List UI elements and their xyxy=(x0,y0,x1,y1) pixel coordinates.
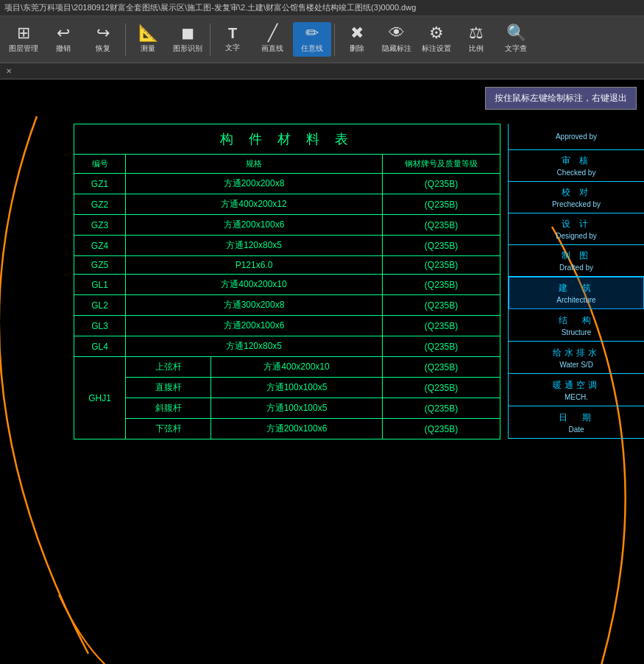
discipline-row: 暖通空调 MECH. xyxy=(509,374,644,406)
ghj1-row: GHJ1 上弦杆 方通400x200x10 (Q235B) xyxy=(74,357,500,378)
delete-button[interactable]: ✖ 删除 xyxy=(338,22,376,57)
cell-steel: (Q235B) xyxy=(383,174,500,194)
tab-close-button[interactable]: ✕ xyxy=(3,66,15,77)
discipline-en: Structure xyxy=(562,328,592,336)
discipline-en: Water S/D xyxy=(559,361,593,369)
table-row: GZ3 方通200x100x6 (Q235B) xyxy=(74,215,500,236)
tooltip-box: 按住鼠标左键绘制标注，右键退出 xyxy=(485,87,637,110)
table-row: GZ1 方通200x200x8 (Q235B) xyxy=(74,174,500,194)
table-row: GL1 方通400x200x10 (Q235B) xyxy=(74,275,500,295)
scale-button[interactable]: ⚖ 比例 xyxy=(457,22,495,57)
cell-subname: 上弦杆 xyxy=(126,357,211,378)
text-label: 文字 xyxy=(225,43,240,53)
dim-settings-button[interactable]: ⚙ 标注设置 xyxy=(417,22,456,57)
ghj1-row: 直腹杆 方通100x100x5 (Q235B) xyxy=(74,378,500,398)
cell-spec: 方通400x200x10 xyxy=(126,275,383,295)
discipline-en: Architecture xyxy=(556,296,595,304)
divider-2 xyxy=(210,24,210,56)
text-search-button[interactable]: 🔍 文字查 xyxy=(497,22,535,57)
cell-steel: (Q235B) xyxy=(383,419,500,439)
cell-id: GL3 xyxy=(74,316,126,336)
cell-id: GL2 xyxy=(74,295,126,316)
tab-strip: ✕ xyxy=(0,63,644,80)
table-row: GL3 方通200x100x6 (Q235B) xyxy=(74,316,500,336)
scale-label: 比例 xyxy=(469,43,484,54)
free-line-icon: ✏ xyxy=(305,25,319,41)
table-row: GZ5 P121x6.0 (Q235B) xyxy=(74,256,500,275)
free-line-button[interactable]: ✏ 任意线 xyxy=(293,22,331,57)
discipline-row: 结 构 Structure xyxy=(509,309,644,342)
shape-id-button[interactable]: ◼ 图形识别 xyxy=(169,22,207,57)
cell-spec: 方通300x200x8 xyxy=(126,295,383,316)
shape-id-icon: ◼ xyxy=(181,25,194,41)
discipline-zh: 暖通空调 xyxy=(553,379,600,392)
discipline-zh: 建 筑 xyxy=(559,282,594,294)
cell-spec: 方通400x200x10 xyxy=(211,357,383,378)
draw-line-button[interactable]: ╱ 画直线 xyxy=(253,22,291,57)
draw-line-icon: ╱ xyxy=(268,25,277,41)
hide-dim-label: 隐藏标注 xyxy=(382,43,411,54)
shape-id-label: 图形识别 xyxy=(173,43,202,54)
ghj1-row: 斜腹杆 方通100x100x5 (Q235B) xyxy=(74,398,500,419)
text-button[interactable]: T 文字 xyxy=(213,23,252,56)
cell-id: GL4 xyxy=(74,336,126,357)
hide-dim-button[interactable]: 👁 隐藏标注 xyxy=(378,22,416,57)
cell-spec: 方通100x100x5 xyxy=(211,398,383,419)
discipline-zh: 日 期 xyxy=(559,412,594,424)
cell-spec: 方通200x200x8 xyxy=(126,174,383,194)
delete-icon: ✖ xyxy=(350,25,364,41)
table-header-row: 编号 规格 钢材牌号及质量等级 xyxy=(74,155,500,174)
delete-label: 删除 xyxy=(350,43,364,54)
cell-steel: (Q235B) xyxy=(383,357,500,378)
undo-icon: ↩ xyxy=(57,25,70,41)
canvas-area[interactable]: 按住鼠标左键绘制标注，右键退出 构 件 材 料 表 编号 规格 钢材牌号及质量等… xyxy=(0,80,644,664)
discipline-row: 日 期 Date xyxy=(509,406,644,439)
dim-settings-icon: ⚙ xyxy=(429,25,444,41)
stamp-zh: 审 核 xyxy=(562,155,590,167)
cell-subname: 斜腹杆 xyxy=(126,398,211,419)
cell-steel: (Q235B) xyxy=(383,236,500,256)
table-row: GZ2 方通400x200x12 (Q235B) xyxy=(74,194,500,215)
cell-id-ghj1: GHJ1 xyxy=(74,357,126,439)
redo-icon: ↪ xyxy=(96,25,110,41)
materials-table: 编号 规格 钢材牌号及质量等级 GZ1 方通200x200x8 (Q235B) … xyxy=(74,154,500,439)
cell-id: GZ5 xyxy=(74,256,126,275)
ghj1-row: 下弦杆 方通200x100x6 (Q235B) xyxy=(74,419,500,439)
stamp-row: 设 计 Designed by xyxy=(509,213,644,245)
cell-steel: (Q235B) xyxy=(383,215,500,236)
measure-icon: 📐 xyxy=(138,25,158,41)
table-title: 构 件 材 料 表 xyxy=(74,124,500,154)
cell-spec: 方通200x100x6 xyxy=(126,215,383,236)
stamp-en: Checked by xyxy=(557,169,596,177)
cell-steel: (Q235B) xyxy=(383,398,500,419)
stamp-en: Designed by xyxy=(556,232,597,240)
stamp-row: 校 对 Prechecked by xyxy=(509,182,644,213)
redo-button[interactable]: ↪ 恢复 xyxy=(84,22,122,57)
cell-subname: 下弦杆 xyxy=(126,419,211,439)
cell-steel: (Q235B) xyxy=(383,378,500,398)
draw-line-label: 画直线 xyxy=(261,43,283,54)
col-header-spec: 规格 xyxy=(126,155,383,174)
free-line-label: 任意线 xyxy=(301,43,323,54)
layer-mgmt-button[interactable]: ⊞ 图层管理 xyxy=(4,22,43,57)
divider-3 xyxy=(334,24,335,56)
undo-button[interactable]: ↩ 撤销 xyxy=(44,22,82,57)
stamp-rows-container: 审 核 Checked by 校 对 Prechecked by 设 计 Des… xyxy=(509,150,644,277)
stamp-row: 制 图 Drafted by xyxy=(509,245,644,277)
approved-by-text: Approved by xyxy=(556,133,597,141)
cell-id: GL1 xyxy=(74,275,126,295)
measure-button[interactable]: 📐 测量 xyxy=(129,22,167,57)
table-body: GZ1 方通200x200x8 (Q235B) GZ2 方通400x200x12… xyxy=(74,174,500,439)
text-icon: T xyxy=(228,26,237,40)
stamp-zh: 制 图 xyxy=(562,250,590,262)
cell-spec: 方通120x80x5 xyxy=(126,236,383,256)
cell-id: GZ2 xyxy=(74,194,126,215)
redo-label: 恢复 xyxy=(96,43,110,54)
text-search-icon: 🔍 xyxy=(506,25,526,41)
discipline-en: MECH. xyxy=(565,393,588,401)
cell-steel: (Q235B) xyxy=(383,336,500,357)
table-row: GL4 方通120x80x5 (Q235B) xyxy=(74,336,500,357)
layer-mgmt-icon: ⊞ xyxy=(17,25,30,41)
right-panel: Approved by 审 核 Checked by 校 对 Prechecke… xyxy=(508,124,644,439)
discipline-zh: 给水排水 xyxy=(553,347,600,359)
